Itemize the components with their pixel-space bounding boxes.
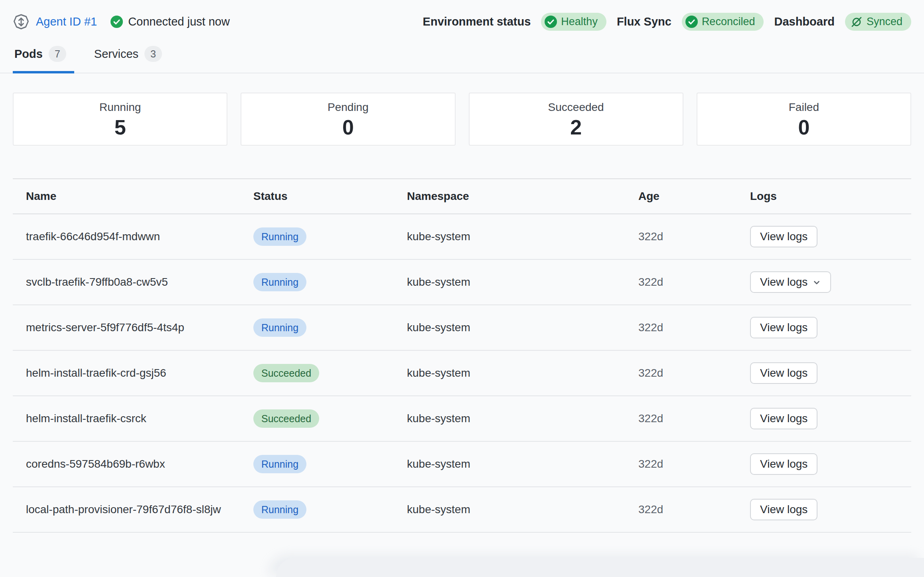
pod-status-cell: Running: [253, 500, 306, 519]
pod-status-badge: Succeeded: [253, 364, 319, 382]
view-logs-label: View logs: [760, 503, 808, 516]
stat-card: Failed 0: [697, 93, 911, 146]
pod-status-cell: Running: [253, 455, 306, 473]
stat-value: 2: [570, 117, 582, 138]
table-row: helm-install-traefik-csrck Succeeded kub…: [13, 396, 911, 442]
table-row: traefik-66c46d954f-mdwwn Running kube-sy…: [13, 214, 911, 260]
pod-status-badge: Running: [253, 318, 306, 337]
pod-logs-cell: View logs: [750, 499, 911, 520]
pod-logs-cell: View logs: [750, 453, 911, 475]
column-header-status: Status: [253, 190, 407, 203]
view-logs-button[interactable]: View logs: [750, 317, 817, 338]
reconciled-badge: Reconciled: [682, 13, 764, 31]
stat-card: Running 5: [13, 93, 227, 146]
pod-age: 322d: [638, 367, 750, 379]
pod-status-badge: Succeeded: [253, 409, 319, 428]
connected-text: Connected just now: [128, 15, 230, 28]
agent-info-group: Agent ID #1 Connected just now: [13, 14, 230, 30]
pod-status-cell: Succeeded: [253, 409, 319, 428]
pod-name: helm-install-traefik-csrck: [26, 411, 253, 427]
pod-logs-cell: View logs: [750, 271, 911, 293]
view-logs-label: View logs: [760, 230, 808, 243]
tab-pods-label: Pods: [14, 47, 43, 61]
top-bar: Agent ID #1 Connected just now Environme…: [0, 0, 924, 40]
pod-name: local-path-provisioner-79f67d76f8-sl8jw: [26, 502, 253, 518]
pod-namespace: kube-system: [407, 458, 638, 470]
pod-namespace: kube-system: [407, 367, 638, 379]
pod-status-badge: Running: [253, 227, 306, 246]
view-logs-label: View logs: [760, 458, 808, 470]
check-circle-icon: [545, 16, 557, 28]
column-header-namespace: Namespace: [407, 190, 638, 203]
flux-sync-label: Flux Sync: [617, 15, 671, 28]
check-circle-icon: [111, 16, 123, 28]
check-circle-icon: [685, 16, 698, 28]
stat-label: Succeeded: [548, 101, 604, 114]
pod-namespace: kube-system: [407, 276, 638, 288]
connection-status: Connected just now: [111, 15, 230, 28]
tab-bar: Pods 7 Services 3: [0, 40, 924, 73]
tab-services[interactable]: Services 3: [93, 40, 170, 73]
pod-status-badge: Running: [253, 273, 306, 291]
pod-logs-cell: View logs: [750, 362, 911, 384]
view-logs-button[interactable]: View logs: [750, 453, 817, 475]
pod-name: traefik-66c46d954f-mdwwn: [26, 229, 253, 245]
pod-age: 322d: [638, 412, 750, 425]
view-logs-label: View logs: [760, 276, 808, 288]
agent-id-link[interactable]: Agent ID #1: [36, 15, 97, 28]
view-logs-label: View logs: [760, 321, 808, 334]
stat-value: 5: [115, 117, 126, 138]
environment-status-label: Environment status: [423, 15, 531, 28]
pod-namespace: kube-system: [407, 321, 638, 334]
pod-age: 322d: [638, 503, 750, 516]
healthy-badge: Healthy: [541, 13, 606, 31]
pod-name: helm-install-traefik-crd-gsj56: [26, 365, 253, 381]
table-header-row: Name Status Namespace Age Logs: [13, 178, 911, 214]
column-header-logs: Logs: [750, 190, 911, 203]
column-header-name: Name: [26, 190, 253, 203]
agent-shield-arrows-icon: [13, 14, 30, 30]
pod-name: coredns-597584b69b-r6wbx: [26, 456, 253, 472]
stat-label: Failed: [789, 101, 819, 114]
pod-namespace: kube-system: [407, 503, 638, 516]
view-logs-button[interactable]: View logs: [750, 362, 817, 384]
stat-value: 0: [798, 117, 809, 138]
table-row: helm-install-traefik-crd-gsj56 Succeeded…: [13, 351, 911, 396]
view-logs-label: View logs: [760, 412, 808, 425]
view-logs-button[interactable]: View logs: [750, 226, 817, 247]
table-row: metrics-server-5f9f776df5-4ts4p Running …: [13, 305, 911, 351]
view-logs-button[interactable]: View logs: [750, 408, 817, 429]
sync-slash-circle-icon: [851, 16, 863, 28]
pod-namespace: kube-system: [407, 412, 638, 425]
pod-name: metrics-server-5f9f776df5-4ts4p: [26, 320, 253, 336]
environment-status-group: Environment status Healthy Flux Sync Rec…: [423, 13, 911, 31]
tab-pods[interactable]: Pods 7: [13, 40, 74, 73]
pod-status-badge: Running: [253, 455, 306, 473]
stat-label: Pending: [328, 101, 369, 114]
pod-status-cell: Running: [253, 273, 306, 291]
view-logs-label: View logs: [760, 367, 808, 379]
pod-stats-cards: Running 5 Pending 0 Succeeded 2 Failed 0: [13, 93, 911, 146]
tab-services-count-badge: 3: [144, 46, 162, 62]
pod-status-cell: Running: [253, 318, 306, 337]
bottom-panel-shade: [276, 558, 924, 577]
pod-logs-cell: View logs: [750, 317, 911, 338]
pod-status-badge: Running: [253, 500, 306, 519]
pod-age: 322d: [638, 321, 750, 334]
table-row: coredns-597584b69b-r6wbx Running kube-sy…: [13, 442, 911, 487]
pod-status-cell: Succeeded: [253, 364, 319, 382]
synced-badge: Synced: [845, 13, 911, 31]
pod-logs-cell: View logs: [750, 226, 911, 247]
pod-namespace: kube-system: [407, 230, 638, 243]
tab-services-label: Services: [94, 47, 138, 61]
pods-table: Name Status Namespace Age Logs traefik-6…: [13, 178, 911, 533]
chevron-down-icon: [812, 278, 821, 287]
column-header-age: Age: [638, 190, 750, 203]
table-row: local-path-provisioner-79f67d76f8-sl8jw …: [13, 487, 911, 533]
view-logs-button[interactable]: View logs: [750, 499, 817, 520]
pod-age: 322d: [638, 276, 750, 288]
pod-age: 322d: [638, 230, 750, 243]
view-logs-button[interactable]: View logs: [750, 271, 831, 293]
stat-card: Pending 0: [241, 93, 455, 146]
stat-label: Running: [99, 101, 141, 114]
